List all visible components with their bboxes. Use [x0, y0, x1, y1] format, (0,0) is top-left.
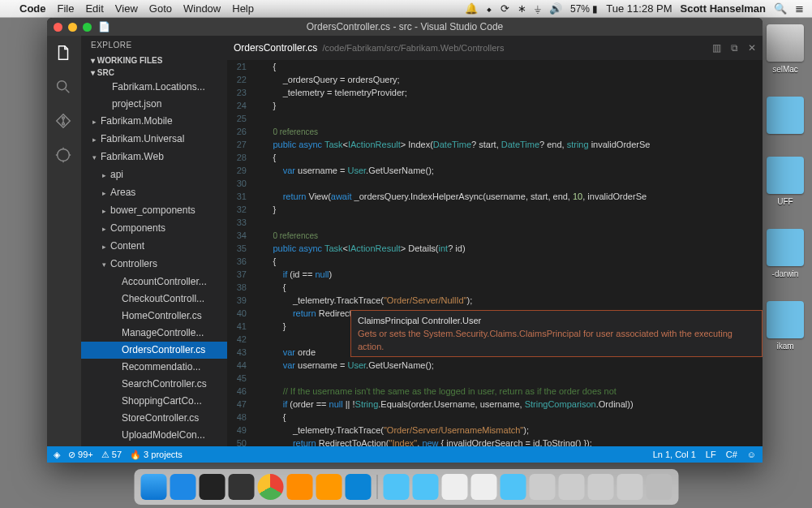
- trash-icon[interactable]: [646, 474, 672, 500]
- working-files-section[interactable]: ▾ WORKING FILES: [81, 54, 227, 67]
- dock-stack-icon[interactable]: [529, 474, 555, 500]
- vlc-icon[interactable]: [286, 474, 312, 500]
- iterm-icon[interactable]: [228, 474, 254, 500]
- sublime-icon[interactable]: [316, 474, 342, 500]
- finder-icon[interactable]: [140, 474, 166, 500]
- debug-icon[interactable]: [54, 146, 74, 166]
- desktop-icons: selMac UFF -darwin ikam: [763, 24, 807, 351]
- file-tree-item[interactable]: project.json: [81, 96, 227, 113]
- file-tree-item[interactable]: api: [81, 166, 227, 184]
- dock-separator: [376, 475, 377, 499]
- file-tree-item[interactable]: ShoppingCartCo...: [81, 393, 227, 410]
- editor-group: OrdersController.cs /code/Fabrikam/src/F…: [227, 36, 763, 446]
- activity-bar: [47, 36, 81, 446]
- wifi-icon[interactable]: ⏚: [535, 2, 541, 15]
- minimize-button[interactable]: [68, 23, 77, 32]
- menu-window[interactable]: Window: [183, 2, 221, 15]
- dock-folder-icon[interactable]: [383, 474, 409, 500]
- source-text[interactable]: { _ordersQuery = ordersQuery; _telemetry…: [253, 60, 763, 446]
- sidebar-header: EXPLORE: [81, 36, 227, 54]
- disk-icon[interactable]: [767, 24, 804, 62]
- file-tree-item[interactable]: SearchController.cs: [81, 376, 227, 393]
- folder-label: UFF: [777, 197, 793, 206]
- status-warnings[interactable]: ⚠ 57: [101, 450, 122, 460]
- menu-help[interactable]: Help: [232, 2, 254, 15]
- file-tree-item[interactable]: Content: [81, 238, 227, 256]
- split-editor-icon[interactable]: ▥: [712, 42, 721, 54]
- folder-icon[interactable]: [767, 229, 804, 266]
- smiley-icon[interactable]: ☺: [747, 450, 756, 459]
- dock-stack-icon[interactable]: [558, 474, 584, 500]
- dock-doc-icon[interactable]: [470, 474, 496, 500]
- dropbox-icon[interactable]: ⬥: [486, 2, 492, 15]
- git-icon[interactable]: [54, 112, 74, 131]
- folder-icon[interactable]: [767, 97, 804, 134]
- zoom-button[interactable]: [83, 23, 92, 32]
- bluetooth-icon[interactable]: ∗: [518, 2, 526, 15]
- status-errors[interactable]: ⊘ 99+: [68, 450, 93, 460]
- svg-point-3: [58, 149, 70, 161]
- language-mode[interactable]: C#: [726, 450, 737, 459]
- eol-indicator[interactable]: LF: [706, 450, 716, 459]
- dock-stack-icon[interactable]: [587, 474, 613, 500]
- dock-folder-icon[interactable]: [412, 474, 438, 500]
- file-tree-item[interactable]: StoreController.cs: [81, 410, 227, 427]
- spotlight-icon[interactable]: 🔍: [774, 2, 787, 15]
- vscode-icon[interactable]: [345, 474, 371, 500]
- file-tree-item[interactable]: Fabrikam.Mobile: [81, 113, 227, 131]
- status-bar: ◈ ⊘ 99+ ⚠ 57 🔥 3 projects Ln 1, Col 1 LF…: [47, 446, 763, 463]
- cursor-position[interactable]: Ln 1, Col 1: [653, 450, 696, 459]
- file-tree-item[interactable]: Fabrikam.Web: [81, 149, 227, 166]
- file-tree: Fabrikam.Locations...project.jsonFabrika…: [81, 79, 227, 446]
- dock-doc-icon[interactable]: [441, 474, 467, 500]
- svg-point-0: [58, 81, 67, 90]
- close-button[interactable]: [54, 23, 62, 32]
- volume-icon[interactable]: 🔊: [549, 2, 562, 15]
- file-tree-item[interactable]: Areas: [81, 184, 227, 202]
- file-tree-item[interactable]: Fabrikam.Locations...: [81, 79, 227, 96]
- explorer-icon[interactable]: [54, 44, 74, 63]
- file-tree-item[interactable]: Controllers: [81, 256, 227, 273]
- dock: [134, 469, 678, 505]
- bell-icon[interactable]: 🔔: [465, 2, 478, 15]
- feedback-icon[interactable]: ◈: [54, 450, 60, 460]
- file-tree-item[interactable]: Fabrikam.Universal: [81, 131, 227, 149]
- src-section[interactable]: ▾ SRC: [81, 67, 227, 79]
- notification-center-icon[interactable]: ≣: [795, 2, 804, 15]
- window-controls: [54, 23, 92, 32]
- terminal-icon[interactable]: [199, 474, 225, 500]
- close-tab-icon[interactable]: ✕: [748, 42, 756, 54]
- user-name[interactable]: Scott Hanselman: [681, 2, 766, 15]
- file-tree-item[interactable]: ManageControlle...: [81, 325, 227, 342]
- appstore-icon[interactable]: [170, 474, 195, 500]
- folder-label: ikam: [776, 342, 793, 351]
- menu-edit[interactable]: Edit: [85, 2, 103, 15]
- titlebar[interactable]: 📄 OrdersController.cs - src - Visual Stu…: [47, 18, 763, 36]
- sidebar: EXPLORE ▾ WORKING FILES ▾ SRC Fabrikam.L…: [81, 36, 227, 446]
- folder-icon[interactable]: [767, 301, 804, 338]
- tab-filename[interactable]: OrdersController.cs: [234, 42, 317, 54]
- file-tree-item[interactable]: CheckoutControll...: [81, 291, 227, 308]
- menu-goto[interactable]: Goto: [149, 2, 172, 15]
- file-tree-item[interactable]: AccountController...: [81, 273, 227, 291]
- file-tree-item-active[interactable]: OrdersController.cs: [81, 342, 227, 359]
- file-tree-item[interactable]: Recommendatio...: [81, 359, 227, 376]
- search-icon[interactable]: [54, 78, 74, 97]
- file-tree-item[interactable]: bower_components: [81, 202, 227, 220]
- menu-file[interactable]: File: [58, 2, 75, 15]
- clock[interactable]: Tue 11:28 PM: [606, 2, 672, 15]
- file-tree-item[interactable]: UploadModelCon...: [81, 427, 227, 444]
- dock-stack-icon[interactable]: [617, 474, 642, 500]
- app-name[interactable]: Code: [19, 2, 46, 15]
- chrome-icon[interactable]: [257, 474, 283, 500]
- folder-icon[interactable]: [767, 157, 804, 194]
- battery-indicator[interactable]: 57% ▮: [570, 3, 598, 15]
- code-editor[interactable]: 2122232425262728293031323334353637383940…: [227, 60, 763, 446]
- menu-view[interactable]: View: [115, 2, 138, 15]
- file-tree-item[interactable]: Components: [81, 220, 227, 238]
- status-projects[interactable]: 🔥 3 projects: [130, 450, 183, 460]
- file-tree-item[interactable]: HomeController.cs: [81, 308, 227, 325]
- dock-folder-icon[interactable]: [500, 474, 526, 500]
- sync-icon[interactable]: ⟳: [501, 2, 509, 15]
- more-icon[interactable]: ⧉: [731, 42, 738, 54]
